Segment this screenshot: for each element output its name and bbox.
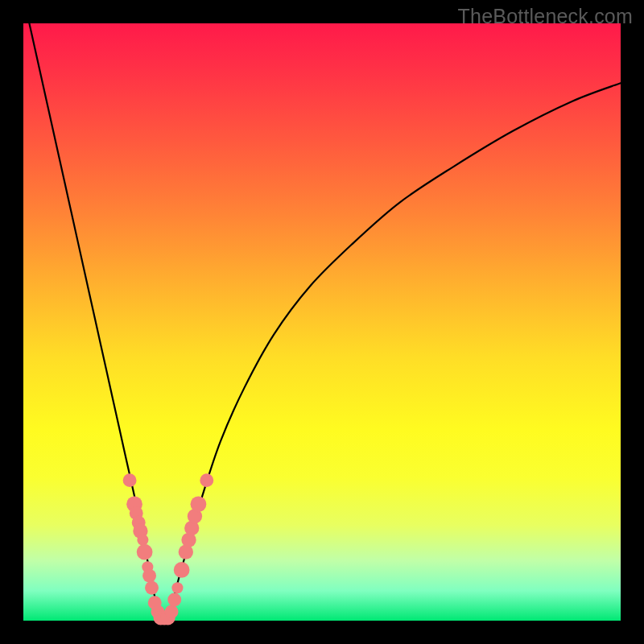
marker-layer: [123, 473, 214, 625]
watermark-text: TheBottleneck.com: [458, 5, 633, 28]
data-point: [165, 605, 179, 618]
chart-frame: TheBottleneck.com: [0, 0, 644, 644]
data-point: [171, 582, 183, 593]
data-point: [200, 473, 213, 487]
data-point: [167, 593, 181, 607]
data-point: [137, 535, 148, 546]
data-point: [145, 581, 159, 595]
data-point: [191, 496, 207, 512]
plot-area: [23, 23, 621, 621]
data-point: [142, 569, 156, 583]
chart-svg: [23, 23, 621, 621]
data-point: [137, 544, 153, 560]
bottleneck-curve: [29, 23, 621, 623]
curve-layer: [29, 23, 621, 623]
data-point: [123, 473, 137, 487]
data-point: [174, 562, 190, 578]
